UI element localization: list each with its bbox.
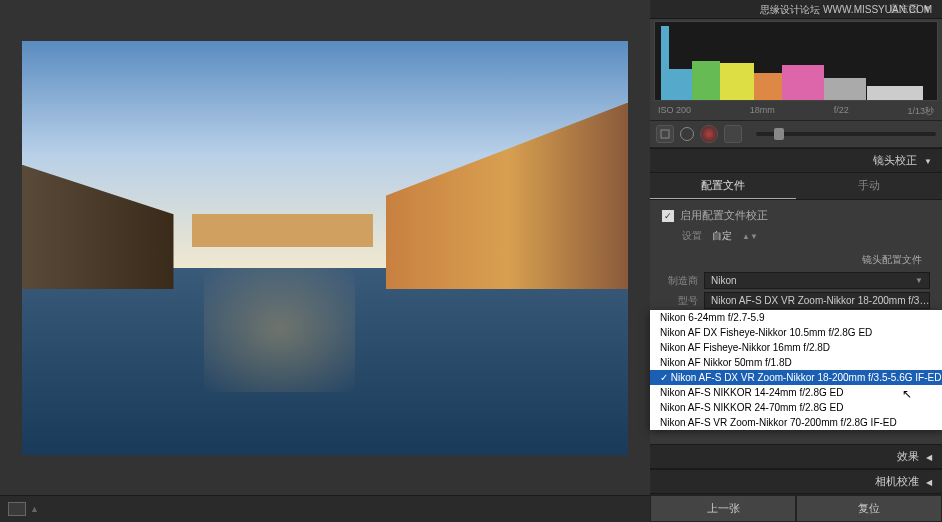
- collapse-icon: ▼: [924, 157, 932, 166]
- spot-tool-icon[interactable]: [680, 127, 694, 141]
- maker-value: Nikon: [711, 275, 737, 286]
- camera-cal-header[interactable]: 相机校准 ◀: [650, 469, 942, 494]
- enable-profile-row: ✓ 启用配置文件校正: [662, 208, 930, 223]
- model-dropdown[interactable]: Nikon AF-S DX VR Zoom-Nikkor 18-200mm f/…: [704, 292, 930, 309]
- footer-expand-icon[interactable]: ▲: [30, 504, 39, 514]
- watermark: 思缘设计论坛 WWW.MISSYUAN.COM: [760, 3, 932, 17]
- profile-section-title: 镜头配置文件: [662, 251, 930, 269]
- tab-manual[interactable]: 手动: [796, 173, 942, 199]
- lens-correction-header[interactable]: 镜头校正 ▼: [650, 148, 942, 173]
- setting-value[interactable]: 自定: [712, 229, 732, 243]
- lens-correction-title: 镜头校正: [873, 154, 917, 166]
- dropdown-item-label: Nikon AF-S NIKKOR 24-70mm f/2.8G ED: [660, 402, 843, 413]
- iso-value: ISO 200: [658, 105, 691, 118]
- dropdown-item-label: Nikon AF Nikkor 50mm f/1.8D: [660, 357, 792, 368]
- focal-value: 18mm: [750, 105, 775, 118]
- nav-buttons: 上一张 复位: [650, 494, 942, 522]
- prev-button[interactable]: 上一张: [650, 495, 796, 522]
- chevron-down-icon: ▼: [915, 276, 923, 285]
- dropdown-item[interactable]: ✓ Nikon AF-S DX VR Zoom-Nikkor 18-200mm …: [650, 370, 942, 385]
- check-icon: ✓: [660, 372, 671, 383]
- enable-profile-label: 启用配置文件校正: [680, 208, 768, 223]
- photo-reflection: [204, 268, 356, 392]
- chevron-down-icon: ▼: [929, 296, 930, 305]
- dropdown-item[interactable]: Nikon AF-S NIKKOR 24-70mm f/2.8G ED: [650, 400, 942, 415]
- collapsed-sections: 效果 ◀ 相机校准 ◀ 上一张 复位: [650, 444, 942, 522]
- histogram-bars: [655, 22, 937, 100]
- collapse-icon: ◀: [926, 478, 932, 487]
- setting-row: 设置 自定 ▲▼: [682, 229, 930, 243]
- dropdown-item-label: Nikon AF DX Fisheye-Nikkor 10.5mm f/2.8G…: [660, 327, 872, 338]
- shutter-value: 1/13秒: [907, 105, 934, 118]
- dropdown-item[interactable]: Nikon AF-S VR Zoom-Nikkor 70-200mm f/2.8…: [650, 415, 942, 430]
- camera-cal-title: 相机校准: [875, 475, 919, 487]
- lens-tabs: 配置文件 手动: [650, 173, 942, 200]
- model-value: Nikon AF-S DX VR Zoom-Nikkor 18-200mm f/…: [711, 295, 929, 306]
- slider-thumb[interactable]: [774, 128, 784, 140]
- setting-label: 设置: [682, 229, 702, 243]
- right-panel: 直方图 ▼ ISO 200 18mm f/22 1/13秒 镜头校正 ▼ 配置文…: [650, 0, 942, 522]
- aperture-value: f/22: [834, 105, 849, 118]
- effects-title: 效果: [897, 450, 919, 462]
- dropdown-item-label: Nikon 6-24mm f/2.7-5.9: [660, 312, 765, 323]
- main-preview-area: [0, 0, 650, 495]
- grid-view-icon[interactable]: [8, 502, 26, 516]
- footer-toolbar: ▲: [0, 495, 650, 522]
- dropdown-item[interactable]: Nikon AF-S NIKKOR 14-24mm f/2.8G ED↖: [650, 385, 942, 400]
- profile-section: 镜头配置文件 制造商 Nikon ▼ 型号 Nikon AF-S DX VR Z…: [662, 251, 930, 309]
- dropdown-item[interactable]: Nikon 6-24mm f/2.7-5.9: [650, 310, 942, 325]
- dropdown-item-label: Nikon AF Fisheye-Nikkor 16mm f/2.8D: [660, 342, 830, 353]
- histogram-info: ISO 200 18mm f/22 1/13秒: [650, 103, 942, 120]
- photo-preview[interactable]: [22, 41, 628, 455]
- dropdown-item[interactable]: Nikon AF DX Fisheye-Nikkor 10.5mm f/2.8G…: [650, 325, 942, 340]
- photo-bridge: [192, 214, 374, 247]
- gradient-tool-icon[interactable]: [724, 125, 742, 143]
- model-dropdown-list: Nikon 6-24mm f/2.7-5.9 Nikon AF DX Fishe…: [650, 310, 942, 430]
- tool-strip: [650, 120, 942, 148]
- model-label: 型号: [662, 294, 704, 308]
- collapse-icon: ◀: [926, 453, 932, 462]
- dropdown-item[interactable]: Nikon AF Nikkor 50mm f/1.8D: [650, 355, 942, 370]
- svg-rect-0: [661, 130, 669, 138]
- effects-header[interactable]: 效果 ◀: [650, 444, 942, 469]
- dropdown-item-label: Nikon AF-S DX VR Zoom-Nikkor 18-200mm f/…: [671, 372, 942, 383]
- tool-slider[interactable]: [756, 132, 936, 136]
- enable-profile-checkbox[interactable]: ✓: [662, 210, 674, 222]
- redeye-tool-icon[interactable]: [700, 125, 718, 143]
- dropdown-item-label: Nikon AF-S NIKKOR 14-24mm f/2.8G ED: [660, 387, 843, 398]
- reset-button[interactable]: 复位: [796, 495, 942, 522]
- maker-row: 制造商 Nikon ▼: [662, 272, 930, 289]
- dropdown-item[interactable]: Nikon AF Fisheye-Nikkor 16mm f/2.8D: [650, 340, 942, 355]
- model-row: 型号 Nikon AF-S DX VR Zoom-Nikkor 18-200mm…: [662, 292, 930, 309]
- maker-label: 制造商: [662, 274, 704, 288]
- maker-dropdown[interactable]: Nikon ▼: [704, 272, 930, 289]
- tab-profile[interactable]: 配置文件: [650, 173, 796, 199]
- crop-tool-icon[interactable]: [656, 125, 674, 143]
- histogram[interactable]: [654, 21, 938, 101]
- lens-panel-body: ✓ 启用配置文件校正 设置 自定 ▲▼ 镜头配置文件 制造商 Nikon ▼ 型…: [650, 200, 942, 320]
- dropdown-item-label: Nikon AF-S VR Zoom-Nikkor 70-200mm f/2.8…: [660, 417, 897, 428]
- cursor-icon: ↖: [902, 387, 912, 401]
- setting-arrows-icon[interactable]: ▲▼: [742, 232, 758, 241]
